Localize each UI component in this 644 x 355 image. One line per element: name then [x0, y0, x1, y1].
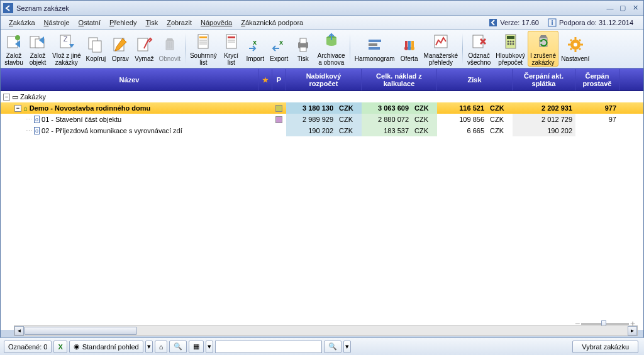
toolbar-archivace-a-obnova[interactable]: Archivace a obnova: [315, 31, 348, 67]
toolbar-import[interactable]: xImport: [243, 31, 267, 67]
grid-header: Název★PNabídkový rozpočetCelk. náklad z …: [1, 68, 643, 91]
toolbar-kopíruj[interactable]: Kopíruj: [84, 31, 109, 67]
toolbar-vymaž[interactable]: Vymaž: [132, 31, 156, 67]
back-icon[interactable]: [489, 18, 497, 27]
toolbar-label: Krycí list: [224, 52, 238, 66]
search-dropdown[interactable]: ▾: [343, 341, 351, 353]
table-row[interactable]: ⋯o02 - Příjezdová komunikace s vyrovnáva…: [1, 125, 643, 136]
menu-zakazka[interactable]: Zakázka: [4, 17, 40, 28]
kopíruj-icon: [86, 35, 105, 54]
menu-ostatni[interactable]: Ostatní: [74, 17, 105, 28]
menubar: Zakázka Nástroje Ostatní Přehledy Tisk Z…: [1, 16, 643, 30]
svg-rect-42: [473, 35, 483, 48]
svg-point-50: [512, 43, 514, 45]
menu-zobrazit[interactable]: Zobrazit: [162, 17, 196, 28]
svg-point-45: [507, 40, 509, 42]
search-input[interactable]: [215, 341, 322, 353]
svg-text:Z: Z: [63, 35, 67, 43]
window-title: Seznam zakázek: [16, 4, 603, 12]
menu-prehledy[interactable]: Přehledy: [105, 17, 141, 28]
toolbar-label: Import: [247, 55, 264, 62]
toolbar-souhrnný-list[interactable]: Souhrnný list: [187, 31, 219, 67]
column-header[interactable]: Celk. náklad z kalkulace: [362, 69, 437, 90]
select-order-button[interactable]: Vybrat zakázku: [572, 341, 638, 353]
toolbar-i-zrušené-zakázky[interactable]: I zrušené zakázky: [528, 31, 558, 67]
column-header[interactable]: P: [272, 69, 286, 90]
toolbar-export[interactable]: xExport: [267, 31, 291, 67]
harmonogram-icon: [365, 35, 384, 54]
color-swatch: [275, 105, 282, 112]
toolbar-label: Odznač všechno: [467, 52, 491, 66]
toolbar-tisk[interactable]: Tisk: [291, 31, 315, 67]
marked-count[interactable]: Označené: 0: [4, 341, 52, 353]
toolbar-vlož-z-jiné-zakázky[interactable]: ZVlož z jiné zakázky: [50, 31, 84, 67]
menu-nastroje[interactable]: Nástroje: [40, 17, 74, 28]
toolbar-obnovit[interactable]: Obnovit: [156, 31, 182, 67]
toolbar-nastavení[interactable]: Nastavení: [558, 31, 592, 67]
view-selector[interactable]: ◉ Standardní pohled: [69, 341, 143, 353]
excel-export-button[interactable]: X: [53, 341, 67, 353]
svg-line-59: [579, 48, 580, 50]
toolbar-label: Obnovit: [158, 55, 180, 62]
search-icon: 🔍: [174, 342, 182, 351]
table-row[interactable]: ⋯o01 - Stavební část objektu2 989 929CZK…: [1, 114, 643, 125]
grid-body: −▭Zakázky−⌂Demo - Novostavba rodinného d…: [1, 91, 643, 330]
i zrušené-icon: [534, 32, 553, 51]
column-header[interactable]: Název: [1, 69, 258, 90]
scroll-right-icon[interactable]: ►: [628, 326, 637, 336]
search-go-button[interactable]: 🔍: [324, 341, 341, 353]
nastavení-icon: [566, 35, 585, 54]
toolbar-label: Souhrnný list: [190, 52, 217, 66]
svg-point-48: [507, 43, 509, 45]
svg-text:x: x: [279, 38, 284, 46]
horizontal-scrollbar[interactable]: ◄ ►: [14, 325, 638, 336]
svg-rect-32: [369, 40, 381, 42]
grid-options-dropdown[interactable]: ▾: [206, 341, 213, 353]
toolbar-založ-objekt[interactable]: Založ objekt: [26, 31, 50, 67]
column-header[interactable]: Čerpán prostavě: [575, 69, 619, 90]
support-label: Podpora do: 31.12.2014: [559, 19, 633, 26]
close-button[interactable]: ✕: [630, 3, 641, 13]
scroll-left-icon[interactable]: ◄: [14, 326, 24, 336]
info-icon[interactable]: i: [548, 18, 557, 27]
search-button[interactable]: 🔍: [169, 341, 187, 353]
svg-rect-18: [199, 36, 207, 38]
menu-podpora[interactable]: Zákaznická podpora: [236, 17, 308, 28]
grid-options-button[interactable]: ▦: [189, 341, 204, 353]
toolbar-odznač-všechno[interactable]: Odznač všechno: [465, 31, 493, 67]
menu-napoveda[interactable]: Nápověda: [196, 17, 236, 28]
toolbar-manažerské-přehledy[interactable]: Manažerské přehledy: [421, 31, 460, 67]
table-row[interactable]: −⌂Demo - Novostavba rodinného domu3 180 …: [1, 102, 643, 114]
collapse-icon[interactable]: −: [3, 94, 10, 101]
view-dropdown[interactable]: ▾: [145, 341, 153, 353]
home-button[interactable]: ⌂: [155, 341, 168, 353]
column-header[interactable]: Nabídkový rozpočet: [286, 69, 362, 90]
column-header[interactable]: Zisk: [437, 69, 513, 90]
toolbar-label: Založ stavbu: [4, 52, 23, 66]
scroll-thumb[interactable]: [24, 327, 137, 335]
toolbar-hloubkový-přepočet[interactable]: Hloubkový přepočet: [493, 31, 528, 67]
toolbar-oferta[interactable]: Oferta: [397, 31, 421, 67]
svg-line-60: [570, 48, 572, 50]
column-header[interactable]: ★: [258, 69, 272, 90]
toolbar-label: Harmonogram: [355, 55, 395, 62]
toolbar-založ-stavbu[interactable]: Založ stavbu: [2, 31, 26, 67]
svg-rect-39: [408, 41, 411, 47]
menu-tisk[interactable]: Tisk: [141, 17, 162, 28]
object-icon: o: [34, 127, 40, 134]
toolbar-krycí-list[interactable]: Krycí list: [219, 31, 243, 67]
tree-root-row[interactable]: −▭Zakázky: [1, 91, 643, 102]
column-header[interactable]: Čerpání akt. splátka: [513, 69, 575, 90]
export-icon: x: [270, 35, 289, 54]
toolbar-label: Vymaž: [135, 55, 153, 62]
toolbar-label: Export: [270, 55, 288, 62]
svg-point-47: [512, 40, 514, 42]
svg-line-61: [579, 40, 580, 41]
magnifier-icon: 🔍: [328, 342, 337, 351]
toolbar-harmonogram[interactable]: Harmonogram: [352, 31, 397, 67]
maximize-button[interactable]: ▢: [617, 3, 628, 13]
toolbar-oprav[interactable]: Oprav: [108, 31, 132, 67]
collapse-icon[interactable]: −: [14, 105, 21, 112]
row-name: 02 - Příjezdová komunikace s vyrovnávací…: [42, 127, 182, 134]
minimize-button[interactable]: —: [604, 3, 616, 13]
